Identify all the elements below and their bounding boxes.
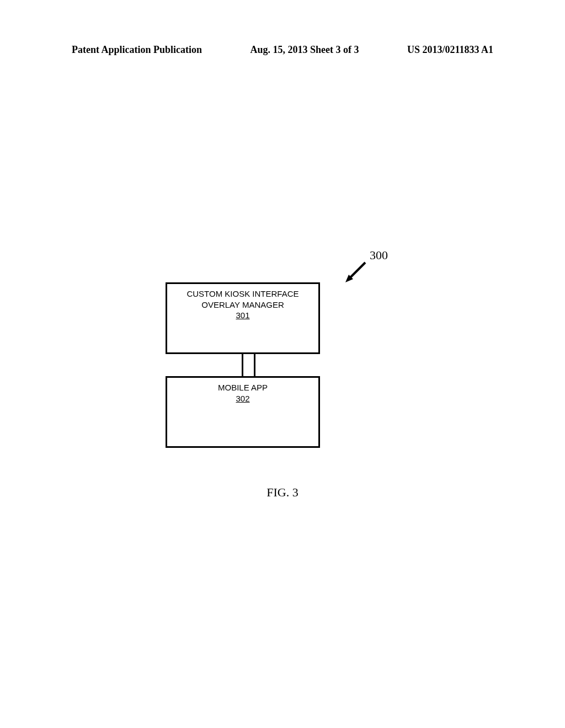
diagram-figure-3: 300 CUSTOM KIOSK INTERFACE OVERLAY MANAG…: [0, 248, 565, 524]
box-bottom-line1: MOBILE APP: [167, 382, 318, 393]
box-overlay-manager: CUSTOM KIOSK INTERFACE OVERLAY MANAGER 3…: [166, 282, 320, 354]
connector-line-right: [254, 354, 255, 376]
header-publication: Patent Application Publication: [72, 44, 202, 56]
header-patent-number: US 2013/0211833 A1: [407, 44, 493, 56]
box-top-line2: OVERLAY MANAGER: [167, 299, 318, 311]
svg-line-0: [349, 263, 365, 279]
box-bottom-ref: 302: [167, 393, 318, 404]
header-date-sheet: Aug. 15, 2013 Sheet 3 of 3: [250, 44, 359, 56]
box-top-line1: CUSTOM KIOSK INTERFACE: [167, 288, 318, 299]
box-mobile-app: MOBILE APP 302: [166, 376, 320, 448]
page-header: Patent Application Publication Aug. 15, …: [0, 44, 565, 56]
leader-arrow-icon: [342, 259, 370, 287]
reference-number-main: 300: [370, 248, 388, 263]
connector-line-left: [242, 354, 243, 376]
box-top-ref: 301: [167, 310, 318, 321]
figure-caption: FIG. 3: [0, 485, 565, 500]
